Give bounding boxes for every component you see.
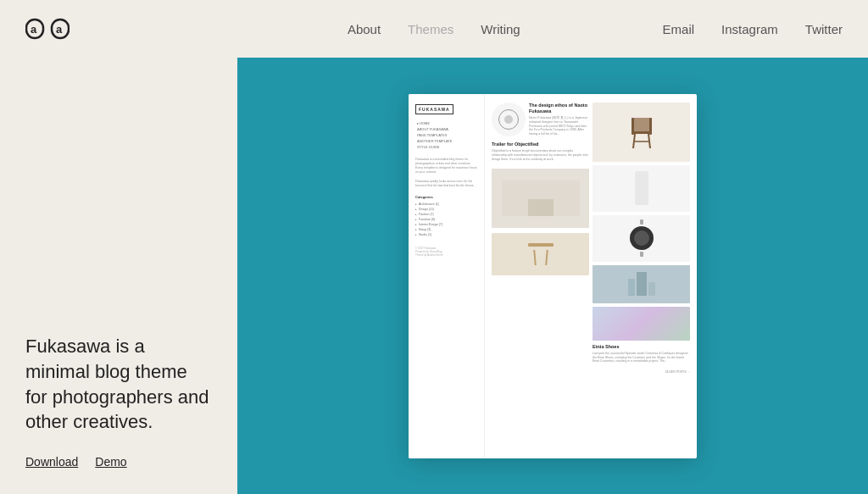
preview-img-stool <box>492 233 589 275</box>
svg-rect-10 <box>632 118 634 135</box>
preview-bio: Fukasawa is a minimalist blog theme for … <box>415 158 477 189</box>
older-posts: OLDER POSTS → <box>593 370 690 374</box>
preview-nav-style: STYLE GUIDE <box>415 145 477 149</box>
preview-footer: © 2017 FukasawaPowered by Ghost BlogThem… <box>415 247 477 257</box>
nav-writing[interactable]: Writing <box>481 22 520 36</box>
preview-nav-about: ABOUT FUKASAWA <box>415 127 477 131</box>
svg-rect-5 <box>632 118 652 131</box>
preview-left-col: The design ethos of Naoto Fukasawa Naoto… <box>492 103 589 450</box>
preview-nav-another: ANOTHER TEMPLATE <box>415 139 477 143</box>
svg-text:a: a <box>31 23 37 36</box>
svg-line-8 <box>648 134 650 148</box>
preview-article-2: Trailer for Objectified Objectified is a… <box>492 142 589 162</box>
preview-img-iridescent <box>593 307 690 341</box>
left-sidebar: Fukasawa is a minimal blog theme for pho… <box>0 58 237 494</box>
action-links: Download Demo <box>25 455 212 469</box>
preview-img-city <box>593 265 690 303</box>
preview-cat-6: Setup (3) <box>415 228 477 231</box>
theme-preview: FUKASAWA ▸ HOME ABOUT FUKASAWA PAGE TEMP… <box>409 94 697 458</box>
preview-area: FUKASAWA ▸ HOME ABOUT FUKASAWA PAGE TEMP… <box>237 58 868 494</box>
nav-twitter[interactable]: Twitter <box>805 22 843 36</box>
nav-left: About Themes Writing <box>348 22 520 36</box>
demo-link[interactable]: Demo <box>95 455 126 469</box>
svg-text:a: a <box>56 23 63 36</box>
nav-themes[interactable]: Themes <box>408 22 453 36</box>
tagline: Fukasawa is a minimal blog theme for pho… <box>25 334 212 435</box>
preview-article-1: The design ethos of Naoto Fukasawa Naoto… <box>529 103 589 137</box>
preview-img-clock <box>492 103 526 136</box>
nav-email[interactable]: Email <box>663 22 695 36</box>
preview-cat-7: Studio (1) <box>415 233 477 236</box>
preview-right-col: Etnia Shoes Last year the successful Spa… <box>593 103 690 450</box>
preview-cat-1: Architecture (1) <box>415 203 477 206</box>
preview-nav-page: PAGE TEMPLATES <box>415 133 477 137</box>
preview-sidebar: FUKASAWA ▸ HOME ABOUT FUKASAWA PAGE TEMP… <box>409 94 485 458</box>
logo[interactable]: a a <box>25 15 70 42</box>
preview-img-room <box>492 169 589 228</box>
preview-logo: FUKASAWA <box>415 104 453 114</box>
main-content: Fukasawa is a minimal blog theme for pho… <box>0 58 868 494</box>
preview-nav-home: ▸ HOME <box>415 121 477 125</box>
preview-img-chair <box>593 103 690 162</box>
preview-article-3: Etnia Shoes Last year the successful Spa… <box>593 344 690 364</box>
preview-img-white <box>593 165 690 212</box>
header: a a About Themes Writing Email Instagram… <box>0 0 868 58</box>
preview-cat-2: Design (11) <box>415 208 477 211</box>
preview-categories-title: Categories <box>415 195 477 199</box>
nav-instagram[interactable]: Instagram <box>721 22 778 36</box>
preview-cat-3: Fashion (7) <box>415 213 477 216</box>
svg-line-7 <box>633 134 635 148</box>
svg-rect-6 <box>633 131 650 134</box>
download-link[interactable]: Download <box>25 455 78 469</box>
preview-img-watch <box>593 215 690 262</box>
nav-about[interactable]: About <box>348 22 381 36</box>
preview-cat-5: Interior Design (7) <box>415 223 477 226</box>
nav-right: Email Instagram Twitter <box>663 22 843 36</box>
preview-content: The design ethos of Naoto Fukasawa Naoto… <box>485 94 697 458</box>
preview-grid: The design ethos of Naoto Fukasawa Naoto… <box>492 103 690 450</box>
svg-rect-11 <box>649 118 652 135</box>
preview-cat-4: Furniture (6) <box>415 218 477 221</box>
